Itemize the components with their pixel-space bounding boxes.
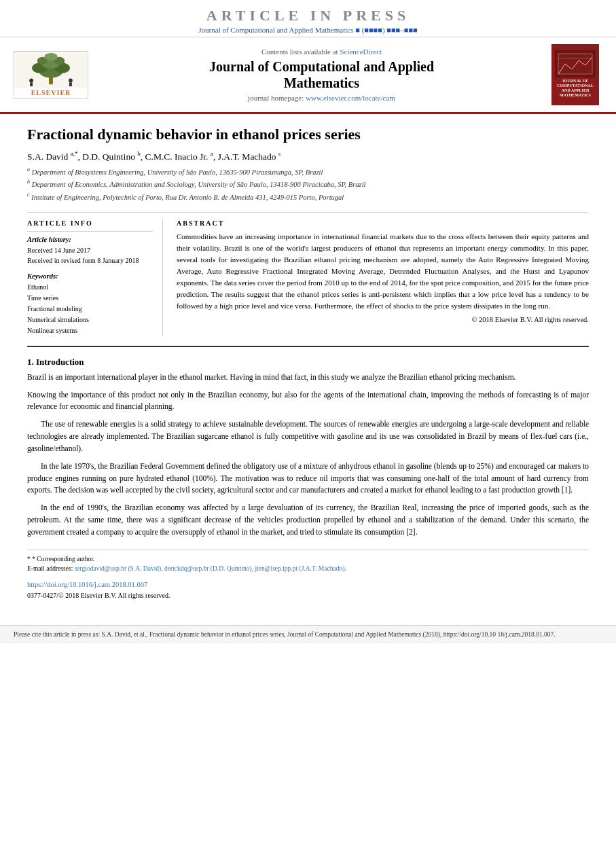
intro-section-title: 1. Introduction (27, 357, 589, 368)
svg-rect-10 (30, 82, 33, 86)
section-divider (27, 346, 589, 347)
email-note: E-mail addresses: sergiodavid@usp.br (S.… (27, 564, 589, 573)
article-info-heading: ARTICLE INFO (27, 219, 153, 227)
cover-title: JOURNAL OF COMPUTATIONAL AND APPLIED MAT… (554, 77, 596, 100)
citation-bar: Please cite this article in press as: S.… (0, 625, 616, 643)
received-revised-date: Received in revised form 8 January 2018 (27, 255, 153, 266)
doi-url[interactable]: https://doi.org/10.1016/j.cam.2018.01.00… (27, 581, 147, 588)
intro-para-4: In the late 1970's, the Brazilian Federa… (27, 461, 589, 497)
elsevier-logo: ELSEVIER (14, 51, 95, 99)
svg-point-11 (69, 79, 73, 83)
intro-para-2: Knowing the importance of this product n… (27, 389, 589, 414)
authors-line: S.A. David a,*, D.D. Quintino b, C.M.C. … (27, 150, 589, 162)
svg-point-9 (29, 79, 33, 83)
abstract-heading: ABSTRACT (177, 219, 589, 227)
article-info-column: ARTICLE INFO Article history: Received 1… (27, 219, 163, 336)
doi-copyright: 0377-0427/© 2018 Elsevier B.V. All right… (27, 592, 170, 599)
svg-rect-14 (558, 54, 592, 74)
affiliation-c: c Institute of Engineering, Polytechnic … (27, 191, 589, 202)
cover-box: JOURNAL OF COMPUTATIONAL AND APPLIED MAT… (551, 44, 599, 105)
keyword-5: Nonlinear systems (27, 325, 153, 336)
received-date: Received 14 June 2017 (27, 245, 153, 255)
keyword-1: Ethanol (27, 282, 153, 293)
elsevier-text: ELSEVIER (31, 89, 71, 96)
journal-title: Journal of Computational and Applied Mat… (102, 58, 541, 91)
footnote-area: * * Corresponding author. E-mail address… (27, 550, 589, 574)
contents-available-line: Contents lists available at ScienceDirec… (102, 48, 541, 56)
abstract-column: ABSTRACT Commodities have an increasing … (177, 219, 589, 336)
cover-graphic (555, 50, 596, 77)
elsevier-tree-svg (14, 52, 88, 88)
sciencedirect-link[interactable]: ScienceDirect (340, 48, 382, 56)
aip-title: ARTICLE IN PRESS (0, 7, 616, 24)
keywords-block: Keywords: Ethanol Time series Fractional… (27, 272, 153, 336)
journal-ref: Journal of Computational and Applied Mat… (0, 26, 616, 34)
homepage-url[interactable]: www.elsevier.com/locate/cam (306, 94, 395, 102)
keywords-label: Keywords: (27, 272, 153, 280)
history-label: Article history: (27, 236, 153, 243)
homepage-label: journal homepage: (248, 94, 304, 102)
intro-para-1: Brazil is an important international pla… (27, 372, 589, 384)
intro-para-3: The use of renewable energies is a solid… (27, 418, 589, 454)
main-content: Fractional dynamic behavior in ethanol p… (0, 114, 616, 611)
journal-cover-logo: JOURNAL OF COMPUTATIONAL AND APPLIED MAT… (548, 44, 602, 105)
abstract-copyright: © 2018 Elsevier B.V. All rights reserved… (177, 316, 589, 323)
abstract-text: Commodities have an increasing importanc… (177, 231, 589, 312)
homepage-line: journal homepage: www.elsevier.com/locat… (102, 94, 541, 102)
keyword-2: Time series (27, 293, 153, 304)
article-history-block: Article history: Received 14 June 2017 R… (27, 231, 153, 266)
paper-title: Fractional dynamic behavior in ethanol p… (27, 125, 589, 145)
corresponding-author-note: * * Corresponding author. (27, 554, 589, 564)
journal-header: ELSEVIER Contents lists available at Sci… (0, 37, 616, 114)
email-links[interactable]: sergiodavid@usp.br (S.A. David), derickd… (75, 565, 346, 572)
elsevier-tree-box: ELSEVIER (14, 51, 88, 99)
article-info-abstract-section: ARTICLE INFO Article history: Received 1… (27, 212, 589, 336)
article-in-press-banner: ARTICLE IN PRESS Journal of Computationa… (0, 0, 616, 37)
contents-label: Contents lists available at (261, 48, 338, 56)
journal-center-section: Contents lists available at ScienceDirec… (102, 48, 541, 102)
affiliations: a Department of Biosystems Engineering, … (27, 166, 589, 202)
affiliation-b: b Department of Economics, Administratio… (27, 178, 589, 190)
citation-text: Please cite this article in press as: S.… (14, 631, 556, 638)
svg-point-8 (44, 53, 57, 61)
svg-rect-12 (69, 82, 72, 86)
affiliation-a: a Department of Biosystems Engineering, … (27, 166, 589, 177)
keyword-3: Fractional modeling (27, 304, 153, 315)
doi-section: https://doi.org/10.1016/j.cam.2018.01.00… (27, 579, 589, 601)
intro-para-5: In the end of 1990's, the Brazilian econ… (27, 502, 589, 538)
keyword-4: Numerical simulations (27, 315, 153, 325)
